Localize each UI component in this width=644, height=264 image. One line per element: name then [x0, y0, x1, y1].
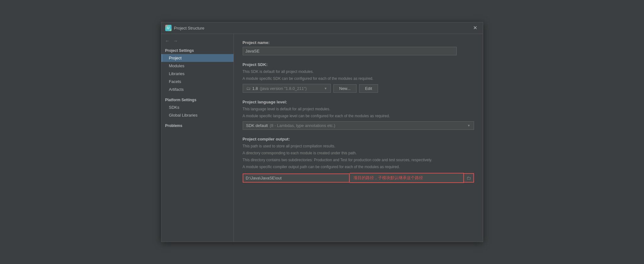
- sidebar-item-modules[interactable]: Modules: [161, 62, 234, 70]
- back-arrow[interactable]: ←: [164, 38, 171, 44]
- sdk-dropdown-arrow: ▼: [324, 87, 327, 90]
- main-content: Project name: Project SDK: This SDK is d…: [234, 34, 483, 242]
- sdk-row: 🗂 1.8 (java version "1.8.0_211") ▼ New..…: [243, 84, 474, 93]
- project-sdk-desc2: A module specific SDK can be configured …: [243, 76, 474, 81]
- project-sdk-desc1: This SDK is default for all project modu…: [243, 69, 474, 74]
- lang-name: SDK default: [246, 123, 268, 128]
- project-name-input[interactable]: [243, 47, 457, 55]
- problems-header: Problems: [161, 122, 234, 129]
- project-name-label: Project name:: [243, 40, 474, 45]
- output-path-annotation: 项目的路径，子模块默认继承这个路径: [350, 173, 464, 183]
- sdk-version: 1.8: [252, 86, 258, 91]
- project-lang-desc2: A module specific language level can be …: [243, 113, 474, 119]
- close-button[interactable]: ✕: [471, 25, 479, 31]
- nav-arrows: ← →: [161, 36, 234, 47]
- project-structure-dialog: U Project Structure ✕ ← → Project Settin…: [161, 22, 483, 242]
- compiler-desc1: This path is used to store all project c…: [243, 143, 474, 149]
- compiler-desc4: A module specific compiler output path c…: [243, 164, 474, 170]
- sidebar: ← → Project Settings Project Modules Lib…: [161, 34, 234, 242]
- compiler-desc3: This directory contains two subdirectori…: [243, 157, 474, 163]
- sdk-dropdown[interactable]: 🗂 1.8 (java version "1.8.0_211") ▼: [243, 84, 331, 93]
- output-path-row: 项目的路径，子模块默认继承这个路径 🗀: [243, 173, 474, 183]
- project-lang-section: Project language level: This language le…: [243, 100, 474, 130]
- sdk-new-button[interactable]: New...: [333, 84, 357, 93]
- project-sdk-section: Project SDK: This SDK is default for all…: [243, 62, 474, 93]
- compiler-desc2: A directory corresponding to each module…: [243, 150, 474, 156]
- sdk-detail: (java version "1.8.0_211"): [260, 86, 307, 91]
- sidebar-item-global-libraries[interactable]: Global Libraries: [161, 111, 234, 119]
- project-lang-desc1: This language level is default for all p…: [243, 106, 474, 112]
- lang-dropdown-arrow: ▼: [467, 124, 471, 127]
- sidebar-item-project[interactable]: Project: [161, 54, 234, 62]
- app-icon: U: [165, 25, 172, 31]
- project-lang-label: Project language level:: [243, 100, 474, 104]
- content-area: ← → Project Settings Project Modules Lib…: [161, 34, 483, 242]
- project-sdk-label: Project SDK:: [243, 62, 474, 67]
- folder-browse-button[interactable]: 🗀: [464, 173, 474, 183]
- sidebar-item-sdks[interactable]: SDKs: [161, 103, 234, 111]
- sdk-edit-button[interactable]: Edit: [359, 84, 378, 93]
- title-left: U Project Structure: [165, 25, 205, 31]
- title-bar: U Project Structure ✕: [161, 22, 483, 34]
- lang-dropdown[interactable]: SDK default (8 - Lambdas, type annotatio…: [243, 121, 474, 130]
- output-path-input[interactable]: [243, 173, 350, 183]
- dialog-title: Project Structure: [174, 26, 205, 30]
- project-compiler-section: Project compiler output: This path is us…: [243, 137, 474, 183]
- sidebar-item-facets[interactable]: Facets: [161, 78, 234, 85]
- project-compiler-label: Project compiler output:: [243, 137, 474, 141]
- sidebar-item-artifacts[interactable]: Artifacts: [161, 85, 234, 93]
- platform-settings-header: Platform Settings: [161, 96, 234, 103]
- lang-detail: (8 - Lambdas, type annotations etc.): [270, 123, 335, 128]
- project-settings-header: Project Settings: [161, 47, 234, 54]
- project-name-section: Project name:: [243, 40, 474, 55]
- forward-arrow[interactable]: →: [172, 38, 179, 44]
- sidebar-item-libraries[interactable]: Libraries: [161, 70, 234, 78]
- sdk-folder-icon: 🗂: [246, 86, 251, 91]
